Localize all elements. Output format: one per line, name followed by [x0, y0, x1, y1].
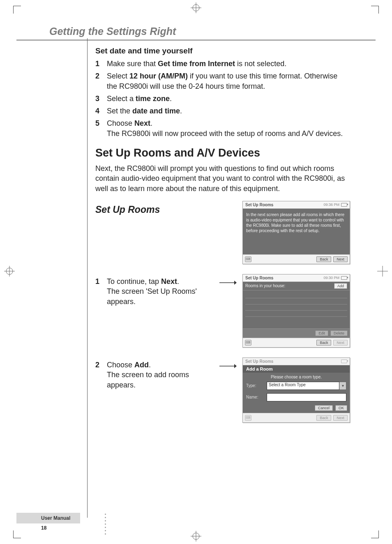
- rooms-list: [243, 290, 350, 328]
- page-number: 18: [41, 525, 376, 531]
- next-button[interactable]: Next: [333, 256, 348, 262]
- rooms-devices-intro: Next, the RC9800i will prompt you with q…: [95, 164, 349, 194]
- keyboard-icon[interactable]: ⌨: [245, 340, 251, 346]
- screenshot-add-room: Set Up Rooms Add a Room Please choose a …: [242, 357, 350, 423]
- rooms-step-2-note: The screen to add rooms appears.: [107, 371, 189, 389]
- delete-button[interactable]: Delete: [330, 330, 348, 336]
- keyboard-icon[interactable]: ⌨: [245, 256, 251, 262]
- battery-icon: [341, 203, 347, 207]
- step-2: 2 Select 12 hour (AM/PM) if you want to …: [95, 71, 349, 91]
- svg-marker-12: [234, 281, 237, 285]
- name-label: Name:: [246, 395, 263, 399]
- svg-marker-14: [234, 364, 237, 368]
- bottom-registration-marker: [191, 531, 201, 542]
- ok-button[interactable]: OK: [335, 405, 347, 411]
- section-heading-rooms-devices: Set Up Rooms and A/V Devices: [95, 147, 349, 159]
- rooms-step-2: 2 Choose Add.The screen to add rooms app…: [95, 360, 214, 390]
- screenshot-message: In the next screen please add all rooms …: [243, 209, 350, 254]
- top-registration-marker: [191, 2, 201, 13]
- back-button[interactable]: Back: [316, 340, 331, 346]
- crop-mark: [371, 6, 379, 14]
- screenshot-time: 09:30 PM: [323, 276, 339, 280]
- screenshot-title: Set Up Rooms: [245, 276, 273, 280]
- step-3: 3 Select a time zone.: [95, 94, 349, 104]
- edit-button[interactable]: Edit: [315, 330, 328, 336]
- user-manual-label: User Manual: [16, 513, 80, 523]
- step-5: 5 Choose Next.The RC9800i will now proce…: [95, 118, 349, 138]
- type-label: Type:: [246, 383, 263, 388]
- next-button[interactable]: Next: [333, 415, 348, 421]
- rooms-step-1-note: The screen 'Set Up Rooms' appears.: [107, 287, 197, 305]
- add-button[interactable]: Add: [334, 283, 347, 289]
- keyboard-icon[interactable]: ⌨: [245, 415, 251, 421]
- rooms-step-1: 1 To continue, tap Next.The screen 'Set …: [95, 277, 214, 307]
- step-5-note: The RC9800i will now proceed with the se…: [107, 129, 343, 138]
- step-4: 4 Set the date and time.: [95, 106, 349, 116]
- decorative-dots: [105, 514, 106, 535]
- chevron-down-icon[interactable]: ▾: [339, 382, 346, 390]
- room-name-input[interactable]: [267, 393, 346, 401]
- crop-mark: [13, 6, 21, 14]
- screenshot-title: Set Up Rooms: [245, 359, 273, 364]
- arrow-icon: [219, 280, 237, 290]
- back-button[interactable]: Back: [316, 415, 331, 421]
- rooms-list-label: Rooms in your house:: [245, 284, 285, 288]
- screenshot-time: 09:36 PM: [323, 203, 339, 207]
- section-heading-set-date: Set date and time yourself: [95, 46, 349, 55]
- chapter-title: Getting the Settings Right: [16, 25, 376, 37]
- screenshot-setup-rooms-intro: Set Up Rooms 09:36 PM In the next screen…: [242, 201, 350, 264]
- screenshot-title: Set Up Rooms: [245, 203, 273, 207]
- step-1: 1 Make sure that Get time from Internet …: [95, 59, 349, 69]
- crop-mark: [13, 530, 21, 538]
- horizontal-rule: [16, 40, 376, 40]
- modal-title: Add a Room: [243, 365, 350, 373]
- left-registration-marker: [4, 266, 15, 278]
- next-button[interactable]: Next: [333, 340, 348, 346]
- modal-hint: Please choose a room type.: [243, 373, 350, 380]
- battery-icon: [341, 276, 347, 280]
- vertical-rule: [87, 38, 88, 518]
- section-heading-rooms: Set Up Rooms: [95, 203, 214, 216]
- arrow-icon: [219, 363, 237, 373]
- battery-icon: [341, 360, 347, 363]
- back-button[interactable]: Back: [316, 256, 331, 262]
- right-registration-marker: [377, 266, 388, 278]
- crop-mark: [371, 530, 379, 538]
- screenshot-room-list: Set Up Rooms 09:30 PM Rooms in your hous…: [242, 274, 350, 348]
- cancel-button[interactable]: Cancel: [315, 405, 333, 411]
- room-type-select[interactable]: Select a Room Type: [267, 382, 339, 390]
